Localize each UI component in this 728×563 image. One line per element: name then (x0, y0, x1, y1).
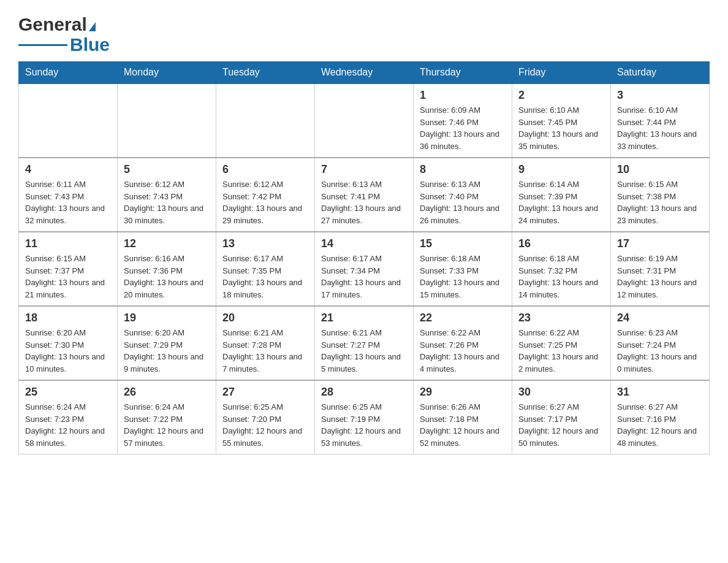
column-header-monday: Monday (118, 62, 216, 84)
calendar-day-12: 12Sunrise: 6:16 AM Sunset: 7:36 PM Dayli… (118, 232, 216, 306)
day-info-27: Sunrise: 6:25 AM Sunset: 7:20 PM Dayligh… (222, 401, 308, 449)
day-number-19: 19 (124, 312, 210, 324)
calendar-day-23: 23Sunrise: 6:22 AM Sunset: 7:25 PM Dayli… (512, 306, 611, 380)
day-info-10: Sunrise: 6:15 AM Sunset: 7:38 PM Dayligh… (617, 178, 703, 226)
calendar-day-14: 14Sunrise: 6:17 AM Sunset: 7:34 PM Dayli… (315, 232, 414, 306)
calendar-empty-cell (315, 83, 414, 158)
day-number-26: 26 (124, 386, 210, 399)
day-number-20: 20 (222, 312, 308, 324)
calendar-week-4: 18Sunrise: 6:20 AM Sunset: 7:30 PM Dayli… (19, 306, 710, 380)
day-number-3: 3 (617, 89, 703, 102)
day-number-15: 15 (420, 237, 506, 250)
calendar-day-5: 5Sunrise: 6:12 AM Sunset: 7:43 PM Daylig… (118, 158, 216, 232)
column-header-friday: Friday (512, 62, 611, 84)
day-number-10: 10 (617, 163, 703, 176)
day-number-6: 6 (222, 163, 308, 176)
logo-arrow-icon (89, 22, 96, 31)
day-info-21: Sunrise: 6:21 AM Sunset: 7:27 PM Dayligh… (321, 327, 407, 375)
day-info-25: Sunrise: 6:24 AM Sunset: 7:23 PM Dayligh… (25, 401, 111, 449)
column-header-wednesday: Wednesday (315, 62, 414, 84)
day-info-7: Sunrise: 6:13 AM Sunset: 7:41 PM Dayligh… (321, 178, 407, 226)
day-info-29: Sunrise: 6:26 AM Sunset: 7:18 PM Dayligh… (420, 401, 506, 449)
day-info-3: Sunrise: 6:10 AM Sunset: 7:44 PM Dayligh… (617, 104, 703, 152)
calendar-day-1: 1Sunrise: 6:09 AM Sunset: 7:46 PM Daylig… (414, 83, 512, 158)
day-info-8: Sunrise: 6:13 AM Sunset: 7:40 PM Dayligh… (420, 178, 506, 226)
calendar-week-3: 11Sunrise: 6:15 AM Sunset: 7:37 PM Dayli… (19, 232, 710, 306)
calendar-day-24: 24Sunrise: 6:23 AM Sunset: 7:24 PM Dayli… (611, 306, 710, 380)
day-number-18: 18 (25, 312, 111, 324)
day-info-6: Sunrise: 6:12 AM Sunset: 7:42 PM Dayligh… (222, 178, 308, 226)
column-header-tuesday: Tuesday (216, 62, 315, 84)
column-header-thursday: Thursday (414, 62, 512, 84)
calendar-day-9: 9Sunrise: 6:14 AM Sunset: 7:39 PM Daylig… (512, 158, 611, 232)
day-info-16: Sunrise: 6:18 AM Sunset: 7:32 PM Dayligh… (518, 253, 604, 301)
calendar-week-1: 1Sunrise: 6:09 AM Sunset: 7:46 PM Daylig… (19, 83, 710, 158)
day-info-1: Sunrise: 6:09 AM Sunset: 7:46 PM Dayligh… (420, 104, 506, 152)
day-info-14: Sunrise: 6:17 AM Sunset: 7:34 PM Dayligh… (321, 253, 407, 301)
day-number-27: 27 (222, 386, 308, 399)
day-info-9: Sunrise: 6:14 AM Sunset: 7:39 PM Dayligh… (518, 178, 604, 226)
day-info-2: Sunrise: 6:10 AM Sunset: 7:45 PM Dayligh… (518, 104, 604, 152)
day-number-24: 24 (617, 312, 703, 324)
calendar-day-30: 30Sunrise: 6:27 AM Sunset: 7:17 PM Dayli… (512, 380, 611, 454)
day-info-15: Sunrise: 6:18 AM Sunset: 7:33 PM Dayligh… (420, 253, 506, 301)
day-number-22: 22 (420, 312, 506, 324)
calendar-day-10: 10Sunrise: 6:15 AM Sunset: 7:38 PM Dayli… (611, 158, 710, 232)
calendar-day-8: 8Sunrise: 6:13 AM Sunset: 7:40 PM Daylig… (414, 158, 512, 232)
day-number-30: 30 (518, 386, 604, 399)
calendar-day-4: 4Sunrise: 6:11 AM Sunset: 7:43 PM Daylig… (19, 158, 118, 232)
day-info-22: Sunrise: 6:22 AM Sunset: 7:26 PM Dayligh… (420, 327, 506, 375)
day-info-13: Sunrise: 6:17 AM Sunset: 7:35 PM Dayligh… (222, 253, 308, 301)
day-info-30: Sunrise: 6:27 AM Sunset: 7:17 PM Dayligh… (518, 401, 604, 449)
day-number-4: 4 (25, 163, 111, 176)
calendar-empty-cell (216, 83, 315, 158)
page-header: General Blue (18, 12, 710, 55)
day-info-19: Sunrise: 6:20 AM Sunset: 7:29 PM Dayligh… (124, 327, 210, 375)
day-info-4: Sunrise: 6:11 AM Sunset: 7:43 PM Dayligh… (25, 178, 111, 226)
calendar-day-21: 21Sunrise: 6:21 AM Sunset: 7:27 PM Dayli… (315, 306, 414, 380)
calendar-day-3: 3Sunrise: 6:10 AM Sunset: 7:44 PM Daylig… (611, 83, 710, 158)
day-number-11: 11 (25, 237, 111, 250)
calendar-day-6: 6Sunrise: 6:12 AM Sunset: 7:42 PM Daylig… (216, 158, 315, 232)
logo: General Blue (18, 12, 110, 55)
calendar-empty-cell (118, 83, 216, 158)
day-number-16: 16 (518, 237, 604, 250)
day-number-25: 25 (25, 386, 111, 399)
logo-blue-label: Blue (70, 34, 110, 55)
calendar-day-13: 13Sunrise: 6:17 AM Sunset: 7:35 PM Dayli… (216, 232, 315, 306)
calendar-day-20: 20Sunrise: 6:21 AM Sunset: 7:28 PM Dayli… (216, 306, 315, 380)
calendar-day-29: 29Sunrise: 6:26 AM Sunset: 7:18 PM Dayli… (414, 380, 512, 454)
calendar-day-31: 31Sunrise: 6:27 AM Sunset: 7:16 PM Dayli… (611, 380, 710, 454)
calendar-week-2: 4Sunrise: 6:11 AM Sunset: 7:43 PM Daylig… (19, 158, 710, 232)
day-number-1: 1 (420, 89, 506, 102)
day-number-7: 7 (321, 163, 407, 176)
calendar-day-25: 25Sunrise: 6:24 AM Sunset: 7:23 PM Dayli… (19, 380, 118, 454)
day-info-18: Sunrise: 6:20 AM Sunset: 7:30 PM Dayligh… (25, 327, 111, 375)
calendar-week-5: 25Sunrise: 6:24 AM Sunset: 7:23 PM Dayli… (19, 380, 710, 454)
calendar-day-17: 17Sunrise: 6:19 AM Sunset: 7:31 PM Dayli… (611, 232, 710, 306)
calendar-day-15: 15Sunrise: 6:18 AM Sunset: 7:33 PM Dayli… (414, 232, 512, 306)
calendar-day-7: 7Sunrise: 6:13 AM Sunset: 7:41 PM Daylig… (315, 158, 414, 232)
day-info-5: Sunrise: 6:12 AM Sunset: 7:43 PM Dayligh… (124, 178, 210, 226)
day-number-23: 23 (518, 312, 604, 324)
day-info-20: Sunrise: 6:21 AM Sunset: 7:28 PM Dayligh… (222, 327, 308, 375)
day-info-24: Sunrise: 6:23 AM Sunset: 7:24 PM Dayligh… (617, 327, 703, 375)
day-number-14: 14 (321, 237, 407, 250)
day-number-21: 21 (321, 312, 407, 324)
day-number-5: 5 (124, 163, 210, 176)
calendar-day-2: 2Sunrise: 6:10 AM Sunset: 7:45 PM Daylig… (512, 83, 611, 158)
day-number-28: 28 (321, 386, 407, 399)
calendar-day-19: 19Sunrise: 6:20 AM Sunset: 7:29 PM Dayli… (118, 306, 216, 380)
calendar-day-22: 22Sunrise: 6:22 AM Sunset: 7:26 PM Dayli… (414, 306, 512, 380)
day-info-26: Sunrise: 6:24 AM Sunset: 7:22 PM Dayligh… (124, 401, 210, 449)
calendar-day-16: 16Sunrise: 6:18 AM Sunset: 7:32 PM Dayli… (512, 232, 611, 306)
day-info-12: Sunrise: 6:16 AM Sunset: 7:36 PM Dayligh… (124, 253, 210, 301)
day-number-17: 17 (617, 237, 703, 250)
day-number-9: 9 (518, 163, 604, 176)
day-number-29: 29 (420, 386, 506, 399)
logo-general-text: General (18, 15, 87, 34)
calendar-day-18: 18Sunrise: 6:20 AM Sunset: 7:30 PM Dayli… (19, 306, 118, 380)
calendar-header-row: SundayMondayTuesdayWednesdayThursdayFrid… (19, 62, 710, 84)
column-header-saturday: Saturday (611, 62, 710, 84)
calendar-day-26: 26Sunrise: 6:24 AM Sunset: 7:22 PM Dayli… (118, 380, 216, 454)
